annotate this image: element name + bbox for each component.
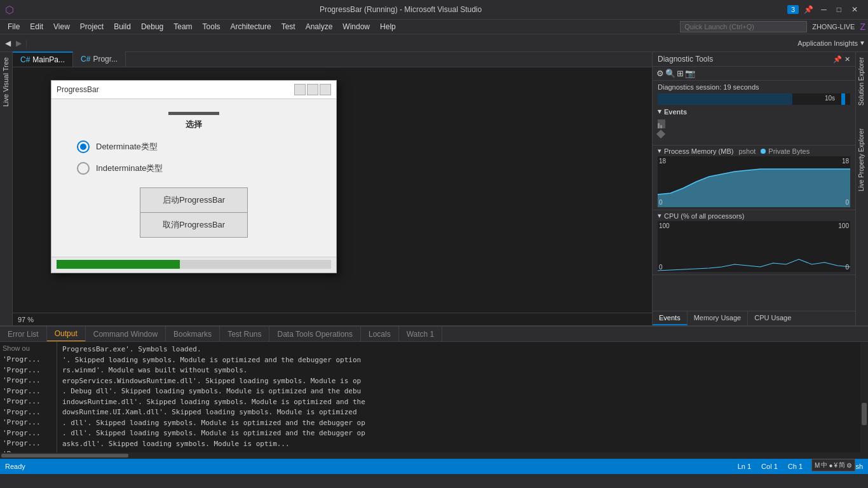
output-left-panel: Show ou 'Progr... 'Progr... 'Progr... 'P…	[0, 342, 57, 452]
menu-team[interactable]: Team	[168, 21, 197, 32]
nav-back-btn[interactable]: ◀	[3, 37, 13, 49]
scrollbar-thumb[interactable]	[862, 403, 867, 425]
cpu-chart-area: 100 100 0 0	[658, 221, 850, 272]
tab-output[interactable]: Output	[47, 327, 86, 342]
radio-item-determinate[interactable]: Determinate类型	[77, 140, 311, 153]
dialog-buttons: 启动ProgressBar 取消ProgressBar	[77, 187, 311, 238]
menu-view[interactable]: View	[48, 21, 75, 32]
diagnostic-tabs: Events Memory Usage CPU Usage	[653, 311, 855, 325]
memory-header[interactable]: ▾ Process Memory (MB) pshot Private Byte…	[653, 146, 855, 156]
close-button[interactable]: ✕	[849, 5, 860, 14]
cpu-section: ▾ CPU (% of all processors) 100 100 0 0	[653, 210, 855, 275]
diag-pin-icon[interactable]: 📌	[833, 55, 842, 64]
timeline-thumb[interactable]	[841, 93, 845, 105]
diag-close-icon[interactable]: ✕	[844, 55, 850, 64]
menu-debug[interactable]: Debug	[136, 21, 168, 32]
dialog-titlebar: ProgressBar ─ □ ✕	[51, 81, 336, 99]
tab-command-window[interactable]: Command Window	[86, 327, 166, 342]
right-sidebar: Solution Explorer Live Property Explorer	[855, 52, 868, 325]
diag-toolbar: ⚙ 🔍 ⊞ 📷	[653, 67, 855, 81]
events-header[interactable]: ▾ Events	[653, 106, 855, 117]
appinsights-label: Application Insights	[797, 39, 858, 47]
menu-analyze[interactable]: Analyze	[301, 21, 338, 32]
minimize-button[interactable]: ─	[818, 5, 829, 14]
menu-file[interactable]: File	[3, 21, 25, 32]
output-main-text[interactable]: ProgressBar.exe'. Symbols loaded. '. Ski…	[57, 342, 860, 452]
memory-chart-area: 18 18 0 0	[658, 156, 850, 207]
dialog-close-btn[interactable]: ✕	[320, 84, 331, 95]
output-content: Show ou 'Progr... 'Progr... 'Progr... 'P…	[0, 342, 868, 452]
cancel-progressbar-btn[interactable]: 取消ProgressBar	[140, 212, 248, 238]
dialog-progress-track	[57, 260, 331, 269]
h-scrollbar-thumb[interactable]	[1, 454, 128, 458]
nav-forward-btn[interactable]: ▶	[13, 37, 24, 49]
cpu-header[interactable]: ▾ CPU (% of all processors)	[653, 210, 855, 221]
memory-max-left: 18	[659, 158, 666, 165]
menu-project[interactable]: Project	[75, 21, 109, 32]
bottom-scrollbar[interactable]	[0, 452, 868, 459]
output-lines-left: 'Progr... 'Progr... 'Progr... 'Progr... …	[3, 355, 54, 452]
title-text: ProgressBar (Running) - Microsoft Visual…	[19, 5, 782, 14]
memory-max-right: 18	[842, 158, 849, 165]
sidebar-live-visual-tree[interactable]: Live Visual Tree	[0, 52, 12, 112]
memory-legend-label: pshot	[738, 147, 756, 155]
solution-explorer-tab[interactable]: Solution Explorer	[856, 52, 868, 111]
tab-data-tools[interactable]: Data Tools Operations	[269, 327, 361, 342]
notification-badge[interactable]: 3	[787, 5, 799, 14]
diag-timeline[interactable]: 10s	[658, 93, 850, 105]
menu-build[interactable]: Build	[109, 21, 136, 32]
dialog-maximize-btn[interactable]: □	[307, 84, 318, 95]
dialog-minimize-btn[interactable]: ─	[294, 84, 306, 95]
menu-help[interactable]: Help	[375, 21, 401, 32]
radio-indeterminate-circle[interactable]	[77, 162, 90, 175]
list-item: . Debug dll'. Skipped loading symbols. M…	[62, 386, 855, 397]
menu-architecture[interactable]: Architecture	[226, 21, 276, 32]
tab-locals[interactable]: Locals	[361, 327, 399, 342]
radio-item-indeterminate[interactable]: Indeterminate类型	[77, 162, 311, 175]
memory-legend2-label: Private Bytes	[768, 147, 810, 155]
timeline-marker: 10s	[825, 95, 835, 102]
cpu-max-left: 100	[659, 222, 670, 229]
title-bar: ⬡ ProgressBar (Running) - Microsoft Visu…	[0, 0, 868, 19]
diag-filter-icon[interactable]: ⊞	[677, 69, 684, 78]
radio-determinate-circle[interactable]	[77, 140, 90, 153]
tab-mainpage[interactable]: C# MainPa...	[13, 51, 73, 67]
progress-dialog: ProgressBar ─ □ ✕ 选择	[51, 80, 337, 273]
menu-tools[interactable]: Tools	[198, 21, 226, 32]
menu-window[interactable]: Window	[337, 21, 375, 32]
pin-icon[interactable]: 📌	[804, 5, 813, 14]
radio-indeterminate-label: Indeterminate类型	[96, 163, 163, 174]
toolbar: ◀ ▶ | Application Insights ▼	[0, 34, 868, 52]
left-sidebar: Live Visual Tree	[0, 52, 13, 325]
radio-determinate-label: Determinate类型	[96, 141, 158, 152]
status-ln: Ln 1	[738, 463, 751, 470]
quick-launch-input[interactable]	[680, 21, 807, 32]
diag-tab-memory[interactable]: Memory Usage	[688, 311, 749, 325]
vs-logo: ⬡	[5, 4, 14, 16]
tab-watch1[interactable]: Watch 1	[399, 327, 443, 342]
tab-prog[interactable]: C# Progr...	[73, 51, 126, 67]
list-item: 'Progr...	[3, 417, 54, 428]
live-property-explorer-tab[interactable]: Live Property Explorer	[856, 123, 868, 196]
tab-test-runs[interactable]: Test Runs	[220, 327, 269, 342]
diag-search-icon[interactable]: 🔍	[665, 69, 675, 78]
tab-bookmarks[interactable]: Bookmarks	[166, 327, 220, 342]
diag-tab-events[interactable]: Events	[653, 311, 688, 325]
status-ready: Ready	[5, 463, 25, 470]
diag-settings-icon[interactable]: ⚙	[656, 69, 664, 78]
diag-tab-cpu[interactable]: CPU Usage	[748, 311, 797, 325]
memory-chart-svg	[658, 156, 850, 207]
list-item: ProgressBar.exe'. Symbols loaded.	[62, 344, 855, 355]
maximize-button[interactable]: □	[834, 5, 844, 14]
event-diamond-icon	[656, 130, 665, 139]
memory-min-right: 0	[845, 199, 849, 206]
diag-camera-icon[interactable]: 📷	[685, 69, 695, 78]
svg-marker-0	[658, 169, 850, 207]
output-scrollbar[interactable]	[860, 342, 868, 452]
menu-test[interactable]: Test	[276, 21, 301, 32]
start-progressbar-btn[interactable]: 启动ProgressBar	[140, 187, 248, 213]
appinsights-dropdown-icon[interactable]: ▼	[859, 39, 865, 46]
menu-edit[interactable]: Edit	[25, 21, 48, 32]
cpu-chart-svg	[658, 221, 850, 272]
tab-error-list[interactable]: Error List	[0, 327, 47, 342]
